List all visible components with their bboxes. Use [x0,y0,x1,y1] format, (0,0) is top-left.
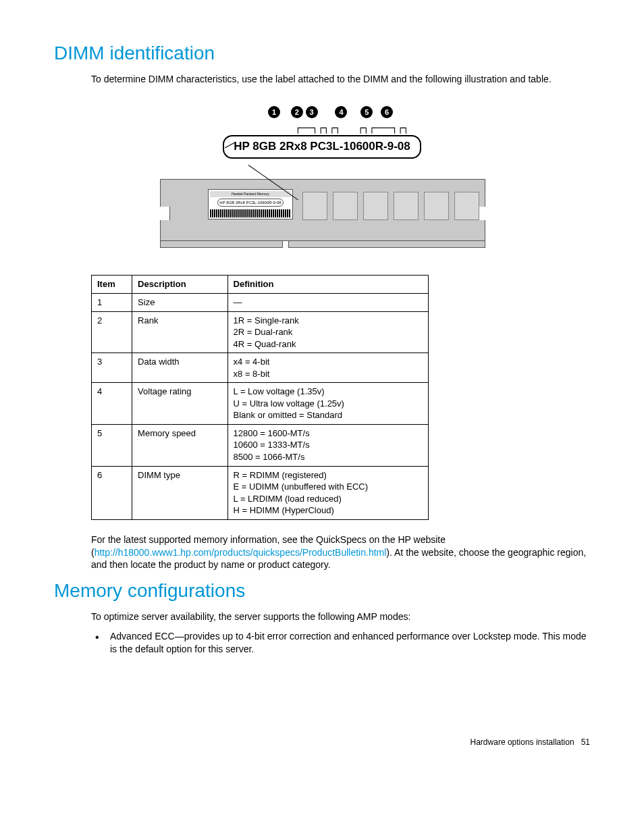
cell-desc: DIMM type [132,466,227,519]
th-desc: Description [132,276,227,294]
memcfg-intro: To optimize server availability, the ser… [91,610,590,623]
list-item: Advanced ECC—provides up to 4-bit error … [91,630,590,656]
dimm-sticker: Hewlett Packard Memory HP 8GB 2Rx8 PC3L-… [208,189,293,219]
cell-def: — [227,293,428,311]
cell-item: 3 [92,353,132,383]
dimm-module: Hewlett Packard Memory HP 8GB 2Rx8 PC3L-… [160,179,485,248]
cell-desc: Rank [132,311,227,353]
cell-desc: Memory speed [132,424,227,466]
amp-modes-list: Advanced ECC—provides up to 4-bit error … [91,630,590,656]
table-row: 6DIMM typeR = RDIMM (registered)E = UDIM… [92,466,429,519]
table-row: 5Memory speed12800 = 1600-MT/s10600 = 13… [92,424,429,466]
cell-desc: Size [132,293,227,311]
bracket-row: ┌──┐┌┐┌┐ ┌┐┌───┐┌┐ [160,122,484,134]
post-table-paragraph: For the latest supported memory informat… [91,533,590,572]
cell-item: 5 [92,424,132,466]
table-row: 1Size— [92,293,429,311]
th-item: Item [92,276,132,294]
callout-3: 3 [306,106,318,118]
cell-def: 12800 = 1600-MT/s10600 = 1333-MT/s8500 =… [227,424,428,466]
cell-desc: Voltage rating [132,383,227,425]
cell-def: 1R = Single-rank2R = Dual-rank4R = Quad-… [227,311,428,353]
cell-item: 4 [92,383,132,425]
dimm-label-text: HP 8GB 2Rx8 PC3L-10600R-9-08 [223,135,421,159]
cell-item: 6 [92,466,132,519]
cell-desc: Data width [132,353,227,383]
table-row: 3Data widthx4 = 4-bitx8 = 8-bit [92,353,429,383]
cell-def: R = RDIMM (registered)E = UDIMM (unbuffe… [227,466,428,519]
page-footer: Hardware options installation 51 [54,737,590,748]
section-heading-memcfg: Memory configurations [54,578,590,604]
definition-table: Item Description Definition 1Size—2Rank1… [91,275,429,519]
callout-6: 6 [381,106,393,118]
callout-2: 2 [291,106,303,118]
cell-def: L = Low voltage (1.35v)U = Ultra low vol… [227,383,428,425]
cell-item: 2 [92,311,132,353]
cell-item: 1 [92,293,132,311]
table-row: 2Rank1R = Single-rank2R = Dual-rank4R = … [92,311,429,353]
table-row: 4Voltage ratingL = Low voltage (1.35v)U … [92,383,429,425]
dimm-illustration: 1 2 3 4 5 6 ┌──┐┌┐┌┐ ┌┐┌───┐┌┐ HP 8GB 2R… [54,106,590,249]
callout-5: 5 [360,106,373,118]
callout-1: 1 [268,106,280,118]
cell-def: x4 = 4-bitx8 = 8-bit [227,353,428,383]
quickspecs-link[interactable]: http://h18000.www1.hp.com/products/quick… [95,547,387,558]
intro-paragraph: To determine DIMM characteristics, use t… [91,73,590,86]
th-def: Definition [227,276,428,294]
section-heading-dimm: DIMM identification [54,41,590,66]
callout-4: 4 [335,106,347,118]
